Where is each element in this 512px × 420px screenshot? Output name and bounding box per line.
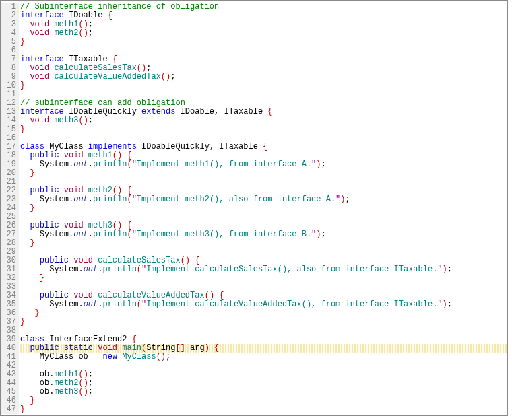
token: Implement meth3(), from interface B.: [137, 230, 311, 239]
token: Implement calculateSalesTax(), also from…: [146, 265, 437, 274]
token: System: [20, 230, 69, 239]
token: ): [443, 300, 447, 309]
token: [20, 343, 30, 353]
code-line: interface IDoable {: [20, 11, 507, 20]
token: }: [30, 168, 34, 178]
token: Implement calculateValueAddedTax(), from…: [146, 300, 437, 309]
token: IDoable: [181, 107, 214, 116]
token: meth1: [54, 370, 78, 379]
token: // subinterface can add obligation: [20, 98, 185, 108]
token: meth3: [88, 221, 113, 230]
token: MyClass ob: [20, 352, 93, 361]
token: interface: [20, 55, 69, 64]
token: Implement meth1(), from interface A.: [137, 160, 311, 169]
token: (): [78, 387, 88, 396]
token: (): [181, 256, 195, 265]
token: [20, 291, 40, 300]
token: ;: [321, 160, 326, 169]
token: ": [437, 300, 442, 309]
token: [20, 203, 30, 213]
token: ): [316, 160, 321, 169]
token: println: [93, 230, 127, 239]
token: IDoableQuickly: [69, 107, 141, 116]
token: extends: [141, 107, 181, 116]
code-line: System.out.println("Implement calculateS…: [20, 265, 507, 274]
token: ob: [20, 387, 49, 396]
token: void: [30, 20, 54, 29]
code-line: System.out.println("Implement meth3(), f…: [20, 230, 507, 239]
token: // Subinterface inheritance of obligatio…: [20, 2, 219, 11]
token: (): [161, 72, 170, 81]
token: }: [40, 273, 44, 283]
token: (): [205, 291, 220, 300]
token: calculateValueAddedTax: [98, 291, 204, 300]
token: public: [40, 291, 73, 300]
code-line: void meth3();: [20, 116, 507, 125]
token: [20, 63, 30, 73]
token: IDoableQuickly: [141, 142, 210, 151]
token: ): [340, 195, 345, 204]
token: []: [175, 343, 190, 353]
token: {: [127, 151, 131, 160]
token: public: [30, 186, 63, 195]
token: ,: [210, 142, 219, 151]
token: ITaxable: [69, 55, 113, 64]
token: ;: [166, 352, 170, 361]
token: (: [127, 230, 131, 239]
token: new: [102, 352, 122, 361]
token: calculateValueAddedTax: [54, 72, 160, 81]
code-line: }: [20, 318, 507, 326]
token: out: [73, 195, 88, 204]
code-line: }: [20, 396, 507, 405]
token: [20, 221, 30, 230]
token: Implement meth2(), also from interface A…: [137, 195, 335, 204]
token: {: [214, 343, 219, 353]
token: {: [132, 335, 137, 344]
token: (: [137, 300, 141, 309]
token: ;: [170, 72, 175, 81]
token: arg: [190, 343, 205, 353]
token: [20, 186, 30, 195]
token: (): [113, 151, 127, 160]
code-line: System.out.println("Implement meth2(), a…: [20, 195, 507, 204]
token: }: [20, 37, 25, 46]
token: ;: [346, 195, 350, 204]
token: ;: [88, 20, 93, 29]
token: [20, 308, 35, 318]
token: }: [20, 81, 25, 90]
token: System: [20, 265, 78, 274]
token: (): [156, 352, 166, 361]
token: .: [78, 300, 83, 309]
token: (): [113, 221, 127, 230]
token: interface: [20, 107, 69, 116]
token: class: [20, 142, 49, 151]
token: String: [146, 343, 175, 353]
token: [20, 116, 30, 125]
code-line: void meth1();: [20, 20, 507, 29]
token: meth1: [88, 151, 113, 160]
token: meth2: [54, 28, 78, 38]
token: .: [88, 195, 93, 204]
code-line: }: [20, 274, 507, 283]
token: .: [88, 230, 93, 239]
token: ITaxable: [224, 107, 267, 116]
code-line: ob.meth1();: [20, 370, 507, 379]
code-line: }: [20, 125, 507, 134]
token: meth1: [54, 20, 78, 29]
token: }: [30, 396, 34, 405]
token: void: [30, 72, 54, 81]
token: (: [127, 195, 131, 204]
code-line: void meth2();: [20, 29, 507, 38]
code-line: }: [20, 38, 507, 46]
token: {: [219, 291, 224, 300]
token: void: [64, 221, 88, 230]
token: (): [78, 20, 88, 29]
code-line: }: [20, 405, 507, 414]
token: implements: [88, 142, 141, 151]
token: println: [93, 160, 127, 169]
token: MyClass: [122, 352, 156, 361]
token: {: [263, 142, 267, 151]
token: public: [30, 221, 63, 230]
token: ;: [88, 378, 93, 388]
token: =: [93, 352, 102, 361]
